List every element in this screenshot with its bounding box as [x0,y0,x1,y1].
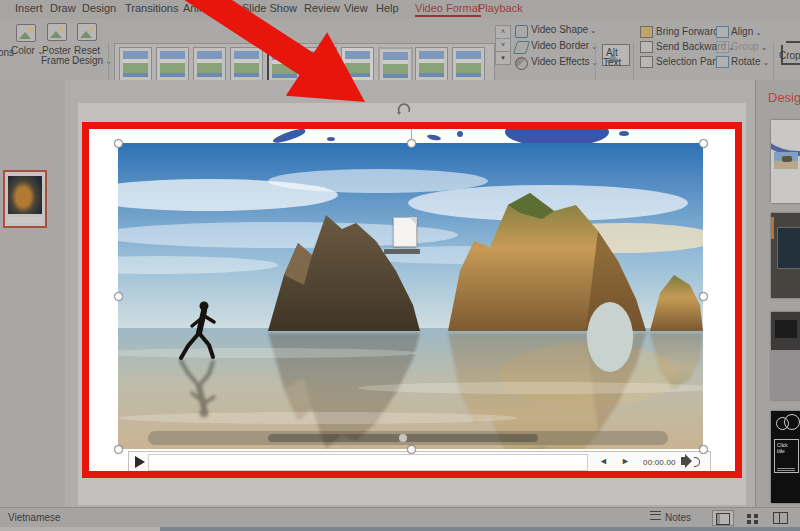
tab-video-format[interactable]: Video Format [415,2,481,17]
design-thumb-accent [771,217,774,239]
video-style-thumb[interactable] [452,47,485,81]
taskbar-sliver-left [0,527,160,531]
reading-view-icon [773,512,788,524]
normal-view-button[interactable] [712,510,734,526]
ribbon: ons Color Poster Frame Reset Design Adju… [0,19,800,81]
selection-pane-icon [640,56,653,68]
tab-draw[interactable]: Draw [50,2,76,14]
language-indicator[interactable]: Vietnamese [8,512,61,523]
send-backward-icon [640,41,653,53]
rotate-icon [716,56,729,68]
rotate-button[interactable]: Rotate [731,56,769,67]
design-ideas-panel: Desig Click title [755,80,800,527]
slide-sorter-icon [747,514,758,524]
reading-view-button[interactable] [769,510,791,526]
bring-forward-icon [640,26,653,38]
design-idea-thumbnail[interactable] [771,213,800,298]
design-idea-thumbnail[interactable]: Click title [771,411,800,503]
video-effects-icon [515,57,528,70]
design-ideas-title: Desig [768,90,800,105]
video-style-thumb[interactable] [415,47,448,81]
normal-view-icon [716,513,730,525]
selection-pane-button[interactable]: Selection Pane [656,56,723,67]
crop-button[interactable]: Crop [779,50,800,61]
alt-text-button-line2[interactable]: Text [603,57,621,68]
slide-thumbnail-image [8,176,42,214]
tab-design[interactable]: Design [82,2,116,14]
video-shape-icon [515,25,528,38]
rotate-handle-icon[interactable] [396,101,412,117]
align-button[interactable]: Align [731,26,762,37]
gallery-scroll-down-button[interactable]: ˅ [495,38,511,52]
design-thumb-photo [777,227,800,269]
video-border-icon [513,41,530,54]
design-thumb-arc [771,120,800,156]
slide-thumbnail-selected[interactable] [3,170,47,228]
poster-frame-icon [47,23,67,41]
gallery-scroll-up-button[interactable]: ˄ [495,25,511,39]
annotation-red-arrow [130,0,390,120]
design-thumb-title-box: Click title [774,439,799,473]
align-icon [716,26,729,38]
slide-thumbnail-footer [8,217,42,223]
powerpoint-window: Insert Draw Design Transitions Animation… [0,0,800,531]
color-icon [16,24,36,42]
ribbon-tab-bar: Insert Draw Design Transitions Animation… [0,0,800,19]
annotation-red-rectangle [82,122,742,478]
design-thumb-photo [774,152,798,169]
slide-thumbnail-panel [0,80,65,507]
notes-icon [650,511,661,520]
group-icon [716,41,729,53]
design-thumb-circle [784,414,800,430]
design-idea-thumbnail[interactable] [771,312,800,400]
reset-design-icon [77,23,97,41]
group-button[interactable]: Group [731,41,768,52]
tab-playback[interactable]: Playback [478,2,523,14]
status-bar: Vietnamese Notes [0,507,800,527]
slide-sorter-view-button[interactable] [741,510,763,526]
notes-button[interactable]: Notes [650,512,691,523]
reset-design-button-line2[interactable]: Design [72,55,112,66]
tab-insert[interactable]: Insert [15,2,43,14]
design-thumb-band [771,312,800,350]
design-thumb-textline [777,468,795,469]
color-button[interactable]: Color [11,45,44,56]
taskbar-sliver-right [160,527,800,531]
design-thumb-caption: title [777,448,785,454]
design-idea-thumbnail[interactable] [771,120,800,203]
gallery-more-button[interactable]: ▾ [495,51,511,65]
